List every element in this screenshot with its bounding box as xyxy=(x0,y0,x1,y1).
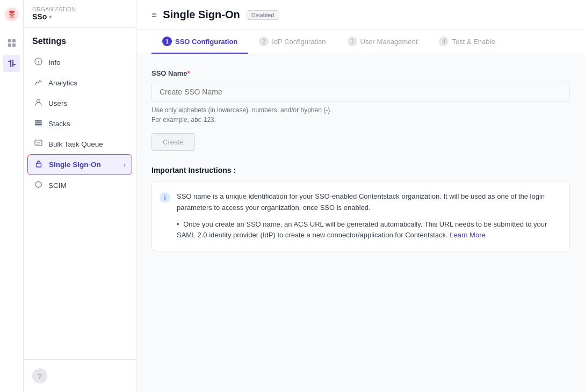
hamburger-icon: ≡ xyxy=(151,10,156,20)
sidebar-item-sso[interactable]: Single Sign-On › xyxy=(28,155,132,175)
tab1-label: SSO Configuration xyxy=(175,38,237,46)
sidebar-item-stacks[interactable]: Stacks xyxy=(28,114,132,133)
svg-rect-12 xyxy=(37,163,41,167)
sidebar: Organization SSo ▾ Settings i Info Analy… xyxy=(24,0,136,392)
app-logo[interactable] xyxy=(4,6,20,23)
org-name[interactable]: SSo ▾ xyxy=(32,12,127,21)
help-button[interactable]: ? xyxy=(32,368,47,383)
content-area: SSO Name* Use only alphabets (in lowerca… xyxy=(136,54,585,392)
svg-text:i: i xyxy=(38,60,39,64)
svg-rect-2 xyxy=(12,39,16,42)
sidebar-footer: ? xyxy=(24,359,136,392)
sso-name-label: SSO Name* xyxy=(151,69,570,77)
svg-rect-3 xyxy=(8,43,11,47)
sidebar-nav: i Info Analytics Users Stacks xyxy=(24,50,136,359)
sidebar-item-users[interactable]: Users xyxy=(28,93,132,113)
org-label: Organization xyxy=(32,6,127,12)
instruction-point2: • Once you create an SSO name, an ACS UR… xyxy=(177,219,560,242)
lock-icon xyxy=(34,160,44,169)
sidebar-header: Organization SSo ▾ xyxy=(24,0,136,28)
tab3-label: User Management xyxy=(360,38,418,46)
tab-user-management[interactable]: 3 User Management xyxy=(337,30,429,54)
tab4-num: 4 xyxy=(439,37,449,46)
nav-icon-grid[interactable] xyxy=(3,34,20,52)
sso-chevron-icon: › xyxy=(124,162,126,168)
main-content: ≡ Single Sign-On Disabled 1 SSO Configur… xyxy=(136,0,585,392)
tab2-label: IdP Configuration xyxy=(272,38,326,46)
svg-rect-8 xyxy=(35,120,42,122)
tab3-num: 3 xyxy=(348,37,357,46)
svg-rect-4 xyxy=(12,43,16,47)
sidebar-item-scim[interactable]: SCIM xyxy=(28,176,132,195)
sso-name-input[interactable] xyxy=(151,82,570,102)
svg-rect-9 xyxy=(35,122,42,124)
instruction-point1: SSO name is a unique identification for … xyxy=(177,191,560,214)
bulk-task-icon xyxy=(33,139,43,149)
org-chevron-icon: ▾ xyxy=(49,14,52,20)
nav-icon-settings[interactable] xyxy=(3,55,20,72)
tab4-label: Test & Enable xyxy=(452,38,495,46)
tab2-num: 2 xyxy=(259,37,269,46)
analytics-icon xyxy=(33,78,43,88)
hint-line2: For example, abc-123. xyxy=(151,116,570,124)
create-button[interactable]: Create xyxy=(151,133,195,151)
learn-more-link[interactable]: Learn More xyxy=(450,231,485,239)
page-title: Single Sign-On xyxy=(163,9,240,21)
disabled-badge: Disabled xyxy=(247,10,279,20)
sidebar-item-info-label: Info xyxy=(48,59,61,67)
instructions-box: i SSO name is a unique identification fo… xyxy=(151,181,570,251)
sidebar-item-sso-label: Single Sign-On xyxy=(49,161,101,169)
tab-sso-configuration[interactable]: 1 SSO Configuration xyxy=(151,30,248,54)
sidebar-item-users-label: Users xyxy=(48,99,67,107)
info-circle-icon: i xyxy=(160,192,170,203)
icon-bar xyxy=(0,0,24,392)
tabs-bar: 1 SSO Configuration 2 IdP Configuration … xyxy=(136,30,585,54)
sidebar-item-bulk-label: Bulk Task Queue xyxy=(48,140,103,148)
sidebar-item-analytics[interactable]: Analytics xyxy=(28,73,132,92)
sidebar-item-stacks-label: Stacks xyxy=(48,120,70,128)
tab-idp-configuration[interactable]: 2 IdP Configuration xyxy=(248,30,336,54)
svg-rect-1 xyxy=(8,39,11,42)
tab1-num: 1 xyxy=(162,37,172,46)
instructions-text: SSO name is a unique identification for … xyxy=(177,191,560,241)
sidebar-title: Settings xyxy=(24,28,136,50)
sidebar-item-analytics-label: Analytics xyxy=(48,79,77,87)
svg-rect-10 xyxy=(35,124,42,126)
tab-test-enable[interactable]: 4 Test & Enable xyxy=(428,30,505,54)
users-icon xyxy=(33,98,43,108)
sidebar-item-bulk-task-queue[interactable]: Bulk Task Queue xyxy=(28,134,132,154)
instructions-title: Important Instructions : xyxy=(151,166,570,175)
info-icon: i xyxy=(33,57,43,67)
svg-point-7 xyxy=(37,99,40,103)
sidebar-item-scim-label: SCIM xyxy=(48,182,67,190)
sidebar-item-info[interactable]: i Info xyxy=(28,53,132,72)
main-header: ≡ Single Sign-On Disabled xyxy=(136,0,585,30)
hint-line1: Use only alphabets (in lowercase), numbe… xyxy=(151,106,570,114)
scim-icon xyxy=(33,180,43,190)
stacks-icon xyxy=(33,119,43,128)
